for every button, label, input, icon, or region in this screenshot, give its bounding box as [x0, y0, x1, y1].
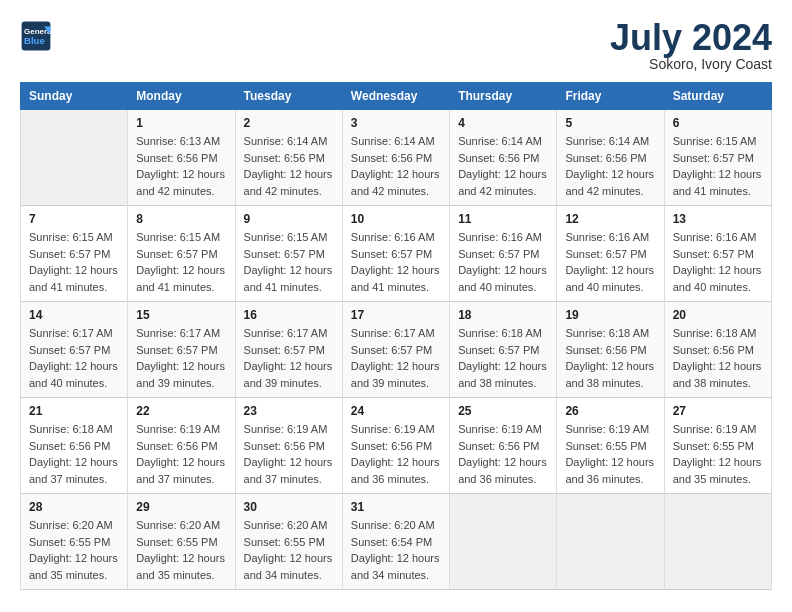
day-info: Sunrise: 6:15 AMSunset: 6:57 PMDaylight:… — [29, 229, 119, 295]
day-number: 15 — [136, 308, 226, 322]
day-info: Sunrise: 6:14 AMSunset: 6:56 PMDaylight:… — [458, 133, 548, 199]
day-info: Sunrise: 6:18 AMSunset: 6:57 PMDaylight:… — [458, 325, 548, 391]
day-number: 21 — [29, 404, 119, 418]
calendar-table: SundayMondayTuesdayWednesdayThursdayFrid… — [20, 82, 772, 590]
day-number: 3 — [351, 116, 441, 130]
weekday-header-sunday: Sunday — [21, 83, 128, 110]
day-info: Sunrise: 6:14 AMSunset: 6:56 PMDaylight:… — [244, 133, 334, 199]
calendar-cell: 7Sunrise: 6:15 AMSunset: 6:57 PMDaylight… — [21, 206, 128, 302]
day-info: Sunrise: 6:15 AMSunset: 6:57 PMDaylight:… — [244, 229, 334, 295]
month-year-title: July 2024 — [610, 20, 772, 56]
day-number: 17 — [351, 308, 441, 322]
day-info: Sunrise: 6:19 AMSunset: 6:56 PMDaylight:… — [136, 421, 226, 487]
day-number: 20 — [673, 308, 763, 322]
day-info: Sunrise: 6:13 AMSunset: 6:56 PMDaylight:… — [136, 133, 226, 199]
day-info: Sunrise: 6:18 AMSunset: 6:56 PMDaylight:… — [673, 325, 763, 391]
day-number: 6 — [673, 116, 763, 130]
day-number: 4 — [458, 116, 548, 130]
day-number: 19 — [565, 308, 655, 322]
day-number: 31 — [351, 500, 441, 514]
day-number: 13 — [673, 212, 763, 226]
calendar-cell: 23Sunrise: 6:19 AMSunset: 6:56 PMDayligh… — [235, 398, 342, 494]
calendar-cell: 22Sunrise: 6:19 AMSunset: 6:56 PMDayligh… — [128, 398, 235, 494]
day-info: Sunrise: 6:17 AMSunset: 6:57 PMDaylight:… — [351, 325, 441, 391]
calendar-cell: 19Sunrise: 6:18 AMSunset: 6:56 PMDayligh… — [557, 302, 664, 398]
day-info: Sunrise: 6:20 AMSunset: 6:54 PMDaylight:… — [351, 517, 441, 583]
calendar-cell: 18Sunrise: 6:18 AMSunset: 6:57 PMDayligh… — [450, 302, 557, 398]
calendar-cell: 10Sunrise: 6:16 AMSunset: 6:57 PMDayligh… — [342, 206, 449, 302]
calendar-cell: 30Sunrise: 6:20 AMSunset: 6:55 PMDayligh… — [235, 494, 342, 590]
day-number: 30 — [244, 500, 334, 514]
day-number: 27 — [673, 404, 763, 418]
calendar-cell: 1Sunrise: 6:13 AMSunset: 6:56 PMDaylight… — [128, 110, 235, 206]
calendar-cell: 5Sunrise: 6:14 AMSunset: 6:56 PMDaylight… — [557, 110, 664, 206]
weekday-header-monday: Monday — [128, 83, 235, 110]
day-info: Sunrise: 6:15 AMSunset: 6:57 PMDaylight:… — [673, 133, 763, 199]
day-number: 1 — [136, 116, 226, 130]
calendar-cell — [664, 494, 771, 590]
day-info: Sunrise: 6:20 AMSunset: 6:55 PMDaylight:… — [244, 517, 334, 583]
day-number: 18 — [458, 308, 548, 322]
day-info: Sunrise: 6:19 AMSunset: 6:56 PMDaylight:… — [351, 421, 441, 487]
calendar-cell: 26Sunrise: 6:19 AMSunset: 6:55 PMDayligh… — [557, 398, 664, 494]
day-info: Sunrise: 6:19 AMSunset: 6:56 PMDaylight:… — [244, 421, 334, 487]
day-info: Sunrise: 6:14 AMSunset: 6:56 PMDaylight:… — [351, 133, 441, 199]
location-subtitle: Sokoro, Ivory Coast — [610, 56, 772, 72]
calendar-cell: 25Sunrise: 6:19 AMSunset: 6:56 PMDayligh… — [450, 398, 557, 494]
calendar-cell: 13Sunrise: 6:16 AMSunset: 6:57 PMDayligh… — [664, 206, 771, 302]
weekday-header-wednesday: Wednesday — [342, 83, 449, 110]
calendar-cell: 24Sunrise: 6:19 AMSunset: 6:56 PMDayligh… — [342, 398, 449, 494]
weekday-header-saturday: Saturday — [664, 83, 771, 110]
logo-icon: General Blue — [20, 20, 52, 52]
day-info: Sunrise: 6:16 AMSunset: 6:57 PMDaylight:… — [673, 229, 763, 295]
weekday-header-friday: Friday — [557, 83, 664, 110]
logo: General Blue — [20, 20, 52, 52]
weekday-header-row: SundayMondayTuesdayWednesdayThursdayFrid… — [21, 83, 772, 110]
weekday-header-tuesday: Tuesday — [235, 83, 342, 110]
calendar-cell — [450, 494, 557, 590]
calendar-cell: 11Sunrise: 6:16 AMSunset: 6:57 PMDayligh… — [450, 206, 557, 302]
week-row-5: 28Sunrise: 6:20 AMSunset: 6:55 PMDayligh… — [21, 494, 772, 590]
day-number: 29 — [136, 500, 226, 514]
day-number: 2 — [244, 116, 334, 130]
day-info: Sunrise: 6:17 AMSunset: 6:57 PMDaylight:… — [136, 325, 226, 391]
day-info: Sunrise: 6:20 AMSunset: 6:55 PMDaylight:… — [29, 517, 119, 583]
calendar-cell: 16Sunrise: 6:17 AMSunset: 6:57 PMDayligh… — [235, 302, 342, 398]
day-number: 11 — [458, 212, 548, 226]
calendar-cell: 8Sunrise: 6:15 AMSunset: 6:57 PMDaylight… — [128, 206, 235, 302]
day-info: Sunrise: 6:19 AMSunset: 6:56 PMDaylight:… — [458, 421, 548, 487]
day-info: Sunrise: 6:20 AMSunset: 6:55 PMDaylight:… — [136, 517, 226, 583]
day-number: 26 — [565, 404, 655, 418]
day-number: 23 — [244, 404, 334, 418]
day-number: 8 — [136, 212, 226, 226]
day-info: Sunrise: 6:17 AMSunset: 6:57 PMDaylight:… — [29, 325, 119, 391]
day-info: Sunrise: 6:18 AMSunset: 6:56 PMDaylight:… — [565, 325, 655, 391]
title-area: July 2024 Sokoro, Ivory Coast — [610, 20, 772, 72]
calendar-cell: 2Sunrise: 6:14 AMSunset: 6:56 PMDaylight… — [235, 110, 342, 206]
week-row-1: 1Sunrise: 6:13 AMSunset: 6:56 PMDaylight… — [21, 110, 772, 206]
day-number: 16 — [244, 308, 334, 322]
calendar-cell: 31Sunrise: 6:20 AMSunset: 6:54 PMDayligh… — [342, 494, 449, 590]
day-number: 5 — [565, 116, 655, 130]
day-info: Sunrise: 6:16 AMSunset: 6:57 PMDaylight:… — [565, 229, 655, 295]
day-number: 9 — [244, 212, 334, 226]
calendar-cell: 3Sunrise: 6:14 AMSunset: 6:56 PMDaylight… — [342, 110, 449, 206]
day-number: 7 — [29, 212, 119, 226]
calendar-cell: 12Sunrise: 6:16 AMSunset: 6:57 PMDayligh… — [557, 206, 664, 302]
week-row-2: 7Sunrise: 6:15 AMSunset: 6:57 PMDaylight… — [21, 206, 772, 302]
calendar-cell: 17Sunrise: 6:17 AMSunset: 6:57 PMDayligh… — [342, 302, 449, 398]
day-info: Sunrise: 6:19 AMSunset: 6:55 PMDaylight:… — [673, 421, 763, 487]
day-number: 22 — [136, 404, 226, 418]
day-info: Sunrise: 6:16 AMSunset: 6:57 PMDaylight:… — [351, 229, 441, 295]
day-info: Sunrise: 6:17 AMSunset: 6:57 PMDaylight:… — [244, 325, 334, 391]
week-row-3: 14Sunrise: 6:17 AMSunset: 6:57 PMDayligh… — [21, 302, 772, 398]
day-number: 24 — [351, 404, 441, 418]
svg-text:Blue: Blue — [24, 35, 45, 46]
day-info: Sunrise: 6:15 AMSunset: 6:57 PMDaylight:… — [136, 229, 226, 295]
header: General Blue July 2024 Sokoro, Ivory Coa… — [20, 20, 772, 72]
day-number: 10 — [351, 212, 441, 226]
weekday-header-thursday: Thursday — [450, 83, 557, 110]
calendar-cell: 14Sunrise: 6:17 AMSunset: 6:57 PMDayligh… — [21, 302, 128, 398]
calendar-cell: 27Sunrise: 6:19 AMSunset: 6:55 PMDayligh… — [664, 398, 771, 494]
day-info: Sunrise: 6:18 AMSunset: 6:56 PMDaylight:… — [29, 421, 119, 487]
